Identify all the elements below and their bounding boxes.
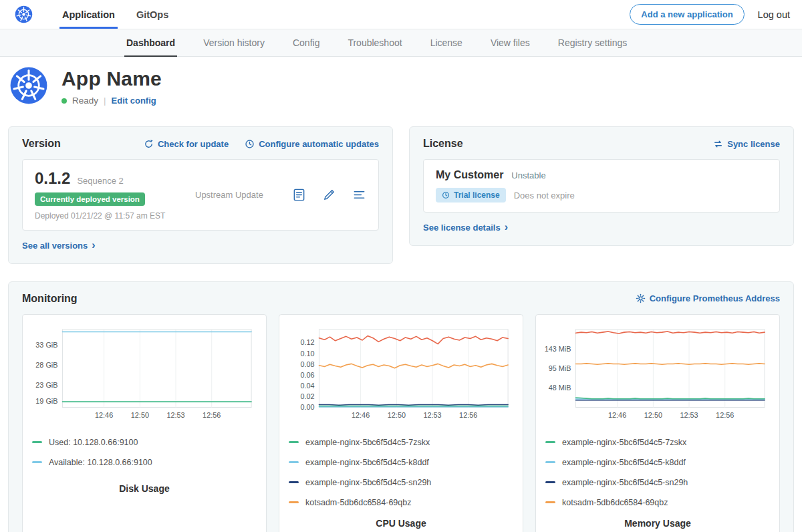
legend-row: kotsadm-5db6dc6584-69qbz — [287, 493, 511, 507]
deploy-logs-icon[interactable] — [352, 188, 366, 202]
legend-series-label: example-nginx-5bc6f5d4c5-sn29h — [562, 478, 688, 487]
configure-prometheus-link[interactable]: Configure Prometheus Address — [636, 293, 780, 303]
upstream-update-label: Upstream Update — [195, 190, 292, 200]
legend-row: kotsadm-5db6dc6584-69qbz — [544, 493, 767, 507]
app-header: App Name Ready Edit config — [0, 57, 802, 121]
version-card-title: Version — [22, 138, 61, 150]
cpu-usage-legend[interactable]: example-nginx-5bc6f5d4c5-7zskxexample-ng… — [287, 432, 515, 507]
legend-row: example-nginx-5bc6f5d4c5-k8ddf — [544, 452, 767, 473]
legend-series-dash — [32, 441, 42, 443]
subnav-tab-version-history[interactable]: Version history — [189, 29, 279, 56]
svg-text:12:50: 12:50 — [388, 411, 406, 419]
page-title: App Name — [61, 68, 162, 90]
dashboard-cards-row: Version Check for update Configure autom… — [0, 126, 802, 264]
svg-text:48 MiB: 48 MiB — [549, 383, 571, 391]
svg-text:95 MiB: 95 MiB — [549, 364, 571, 372]
app-tab-bar: DashboardVersion historyConfigTroublesho… — [0, 29, 802, 57]
refresh-icon — [144, 139, 154, 149]
svg-text:12:53: 12:53 — [423, 411, 441, 419]
see-license-details-link[interactable]: See license details — [423, 222, 508, 233]
legend-row: example-nginx-5bc6f5d4c5-k8ddf — [287, 452, 511, 473]
legend-series-label: example-nginx-5bc6f5d4c5-k8ddf — [562, 458, 686, 467]
subnav-tab-registry-settings[interactable]: Registry settings — [544, 29, 641, 56]
kubernetes-logo-icon — [15, 0, 33, 29]
deployed-timestamp: Deployed 01/21/22 @ 11:57 am EST — [35, 211, 195, 221]
license-type-badge: Trial license — [436, 188, 506, 203]
legend-series-dash — [545, 461, 555, 463]
memory-usage-legend[interactable]: example-nginx-5bc6f5d4c5-7zskxexample-ng… — [544, 432, 771, 507]
svg-text:12:56: 12:56 — [716, 411, 734, 419]
deployed-version-badge: Currently deployed version — [35, 192, 145, 206]
chevron-right-icon — [92, 240, 95, 251]
license-expiry: Does not expire — [514, 190, 575, 201]
license-card: License Sync license My Customer Unstabl… — [409, 126, 794, 246]
subnav-tab-troubleshoot[interactable]: Troubleshoot — [333, 29, 416, 56]
status-ready-dot — [61, 98, 67, 104]
svg-text:0.00: 0.00 — [300, 402, 314, 410]
svg-text:0.04: 0.04 — [300, 381, 314, 389]
version-number: 0.1.2 — [35, 169, 70, 188]
legend-series-label: Used: 10.128.0.66:9100 — [49, 438, 138, 447]
legend-series-label: example-nginx-5bc6f5d4c5-7zskx — [305, 438, 430, 447]
disk-usage-legend[interactable]: Used: 10.128.0.66:9100Available: 10.128.… — [31, 432, 258, 473]
memory-usage-chart-card: 12:4612:5012:5312:56143 MiB95 MiB48 MiB … — [535, 314, 780, 532]
edit-config-icon[interactable] — [322, 188, 336, 202]
sync-license-link[interactable]: Sync license — [713, 139, 780, 149]
configure-automatic-updates-link[interactable]: Configure automatic updates — [245, 139, 379, 149]
svg-text:12:50: 12:50 — [644, 411, 662, 419]
topnav-tab-application[interactable]: Application — [51, 0, 126, 29]
customer-name: My Customer — [436, 169, 503, 181]
disk-usage-chart-card: 12:4612:5012:5312:5633 GiB28 GiB23 GiB19… — [22, 314, 267, 532]
logout-link[interactable]: Log out — [758, 9, 790, 20]
cpu-usage-chart-canvas: 12:4612:5012:5312:560.120.100.080.060.04… — [287, 323, 515, 423]
see-all-versions-link[interactable]: See all versions — [22, 240, 96, 251]
clock-icon — [442, 191, 450, 199]
monitoring-title: Monitoring — [22, 293, 78, 305]
sync-license-label: Sync license — [727, 139, 780, 149]
chevron-right-icon — [505, 222, 508, 233]
app-icon — [9, 66, 48, 108]
topnav-tabs: ApplicationGitOps — [51, 0, 179, 29]
see-all-versions-label: See all versions — [22, 241, 88, 251]
topnav-right: Add a new application Log out — [630, 0, 790, 29]
svg-text:23 GiB: 23 GiB — [35, 381, 57, 389]
divider — [104, 96, 106, 106]
svg-text:0.08: 0.08 — [300, 360, 314, 368]
release-notes-icon[interactable] — [292, 188, 306, 202]
subnav-tab-dashboard[interactable]: Dashboard — [112, 29, 189, 56]
legend-row: Used: 10.128.0.66:9100 — [31, 432, 254, 452]
add-application-button[interactable]: Add a new application — [630, 4, 744, 25]
legend-row: Available: 10.128.0.66:9100 — [31, 452, 254, 473]
subnav-tab-config[interactable]: Config — [279, 29, 333, 56]
legend-series-label: Available: 10.128.0.66:9100 — [49, 458, 152, 467]
svg-text:12:46: 12:46 — [352, 411, 370, 419]
topnav-tab-gitops[interactable]: GitOps — [126, 0, 179, 29]
legend-series-dash — [32, 461, 42, 463]
legend-series-dash — [289, 461, 299, 463]
svg-text:28 GiB: 28 GiB — [35, 361, 57, 369]
subnav-tabs: DashboardVersion historyConfigTroublesho… — [112, 29, 641, 56]
top-navigation: ApplicationGitOps Add a new application … — [0, 0, 802, 29]
sync-arrows-icon — [713, 139, 723, 149]
svg-text:12:56: 12:56 — [203, 411, 221, 419]
cpu-usage-chart-card: 12:4612:5012:5312:560.120.100.080.060.04… — [279, 314, 523, 532]
legend-series-dash — [289, 481, 299, 483]
legend-series-dash — [545, 481, 555, 483]
svg-text:12:46: 12:46 — [608, 411, 626, 419]
version-card: Version Check for update Configure autom… — [8, 126, 393, 264]
monitoring-card: Monitoring Configure Prom — [8, 281, 794, 532]
legend-series-dash — [289, 441, 299, 443]
edit-config-link[interactable]: Edit config — [112, 96, 156, 106]
svg-text:33 GiB: 33 GiB — [35, 341, 57, 349]
subnav-tab-license[interactable]: License — [416, 29, 477, 56]
svg-text:12:56: 12:56 — [459, 411, 477, 419]
clock-icon — [245, 139, 255, 149]
legend-series-label: kotsadm-5db6dc6584-69qbz — [562, 498, 668, 507]
legend-series-dash — [545, 501, 555, 503]
sequence-label: Sequence 2 — [77, 176, 123, 186]
legend-row: example-nginx-5bc6f5d4c5-sn29h — [287, 473, 511, 493]
check-for-update-link[interactable]: Check for update — [144, 139, 229, 149]
subnav-tab-view-files[interactable]: View files — [477, 29, 544, 56]
memory-usage-chart-title: Memory Usage — [544, 518, 771, 529]
legend-series-label: example-nginx-5bc6f5d4c5-sn29h — [305, 478, 431, 487]
